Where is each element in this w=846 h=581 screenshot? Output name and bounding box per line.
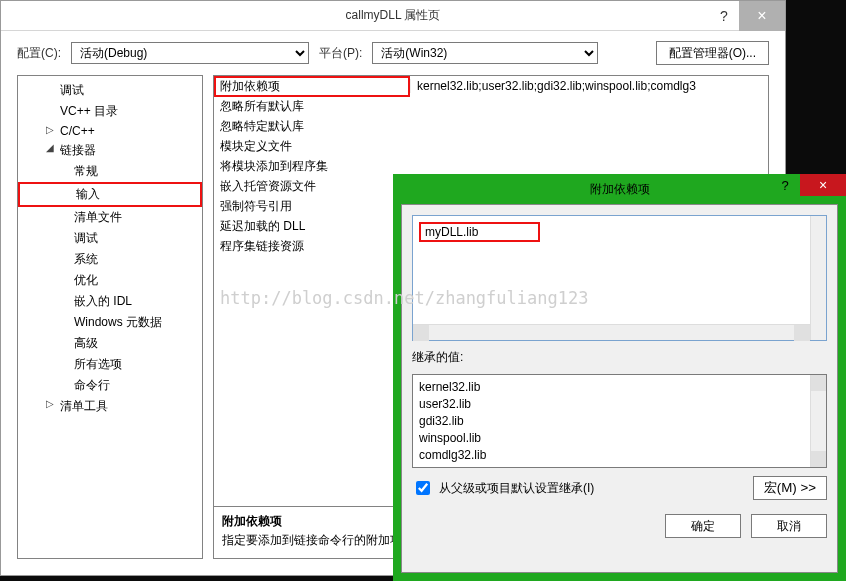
platform-label: 平台(P): (319, 45, 362, 62)
help-icon[interactable]: ? (770, 174, 800, 196)
close-icon[interactable]: × (800, 174, 846, 196)
ok-button[interactable]: 确定 (665, 514, 741, 538)
config-label: 配置(C): (17, 45, 61, 62)
property-row[interactable]: 忽略特定默认库 (214, 116, 768, 136)
sub-body: myDLL.lib 继承的值: kernel32.lib user32.lib … (401, 204, 838, 573)
sub-window-controls: ? × (770, 174, 846, 196)
inherited-value: comdlg32.lib (419, 447, 820, 464)
property-row[interactable]: 将模块添加到程序集 (214, 156, 768, 176)
inherited-value: gdi32.lib (419, 413, 820, 430)
tree-item[interactable]: Windows 元数据 (18, 312, 202, 333)
inherit-checkbox[interactable] (416, 481, 430, 495)
inherited-values-box: kernel32.lib user32.lib gdi32.lib winspo… (412, 374, 827, 468)
tree-item[interactable]: 调试 (18, 228, 202, 249)
prop-name-additional-deps: 附加依赖项 (214, 76, 410, 97)
tree-item[interactable]: VC++ 目录 (18, 101, 202, 122)
category-tree[interactable]: 调试 VC++ 目录 ▷C/C++ ◢链接器 常规 输入 清单文件 调试 系统 … (17, 75, 203, 559)
tree-item[interactable]: ◢链接器 (18, 140, 202, 161)
tree-item[interactable]: 优化 (18, 270, 202, 291)
window-controls: ? × (709, 1, 785, 31)
config-select[interactable]: 活动(Debug) (71, 42, 309, 64)
desc-text: 指定要添加到链接命令行的附加项。 (222, 533, 414, 547)
tree-item[interactable]: 命令行 (18, 375, 202, 396)
tree-item[interactable]: ▷清单工具 (18, 396, 202, 417)
platform-select[interactable]: 活动(Win32) (372, 42, 598, 64)
deps-edit-box[interactable]: myDLL.lib (412, 215, 827, 341)
inherit-checkbox-text: 从父级或项目默认设置继承(I) (439, 480, 594, 497)
tree-item[interactable]: 嵌入的 IDL (18, 291, 202, 312)
tree-item[interactable]: 调试 (18, 80, 202, 101)
tree-item[interactable]: ▷C/C++ (18, 122, 202, 140)
chevron-down-icon[interactable]: ◢ (46, 142, 56, 153)
chevron-right-icon[interactable]: ▷ (46, 398, 56, 409)
horizontal-scrollbar[interactable] (413, 324, 810, 340)
inherited-value: kernel32.lib (419, 379, 820, 396)
sub-title: 附加依赖项 (590, 181, 650, 198)
dialog-title: callmyDLL 属性页 (346, 7, 441, 24)
tree-item[interactable]: 清单文件 (18, 207, 202, 228)
close-icon[interactable]: × (739, 1, 785, 31)
tree-item[interactable]: 高级 (18, 333, 202, 354)
macro-button[interactable]: 宏(M) >> (753, 476, 827, 500)
tree-item[interactable]: 系统 (18, 249, 202, 270)
cancel-button[interactable]: 取消 (751, 514, 827, 538)
inherited-value: winspool.lib (419, 430, 820, 447)
property-row[interactable]: 附加依赖项 kernel32.lib;user32.lib;gdi32.lib;… (214, 76, 768, 96)
inherit-row: 从父级或项目默认设置继承(I) 宏(M) >> (412, 476, 827, 500)
deps-entry[interactable]: myDLL.lib (419, 222, 540, 242)
inherited-value: user32.lib (419, 396, 820, 413)
tree-item-input[interactable]: 输入 (18, 182, 202, 207)
help-icon[interactable]: ? (709, 1, 739, 31)
inherited-label: 继承的值: (412, 349, 827, 366)
vertical-scrollbar[interactable] (810, 375, 826, 467)
sub-titlebar: 附加依赖项 ? × (393, 174, 846, 204)
prop-value[interactable]: kernel32.lib;user32.lib;gdi32.lib;winspo… (410, 79, 768, 93)
property-row[interactable]: 忽略所有默认库 (214, 96, 768, 116)
dialog-buttons: 确定 取消 (412, 514, 827, 538)
tree-item[interactable]: 所有选项 (18, 354, 202, 375)
tree-item[interactable]: 常规 (18, 161, 202, 182)
vertical-scrollbar[interactable] (810, 216, 826, 340)
titlebar: callmyDLL 属性页 ? × (1, 1, 785, 31)
chevron-right-icon[interactable]: ▷ (46, 124, 56, 135)
config-manager-button[interactable]: 配置管理器(O)... (656, 41, 769, 65)
inherit-checkbox-label[interactable]: 从父级或项目默认设置继承(I) (412, 478, 594, 498)
config-toolbar: 配置(C): 活动(Debug) 平台(P): 活动(Win32) 配置管理器(… (1, 31, 785, 75)
additional-deps-dialog: 附加依赖项 ? × myDLL.lib 继承的值: kernel32.lib u… (393, 174, 846, 581)
property-row[interactable]: 模块定义文件 (214, 136, 768, 156)
